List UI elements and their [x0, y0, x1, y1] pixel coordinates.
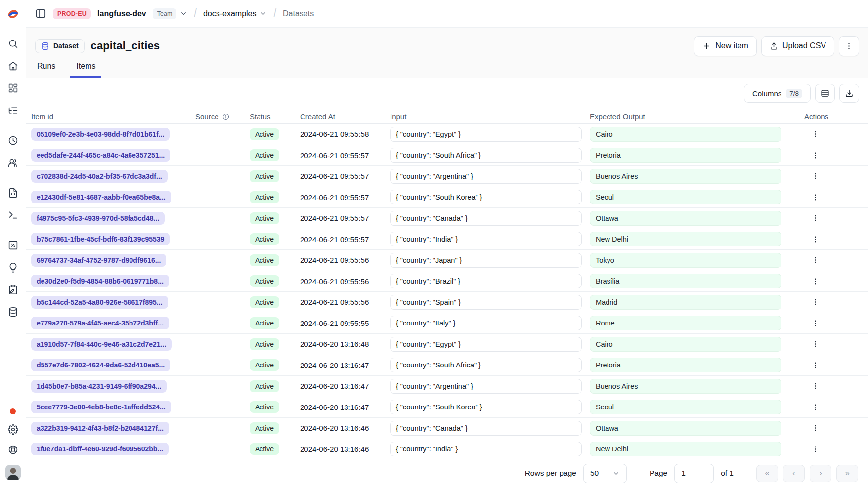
status-badge: Active	[250, 380, 279, 392]
table-row[interactable]: a1910d57-7f84-440c-9e46-a31c2d7e21... Ac…	[26, 334, 868, 355]
input-value-box: { "country": "Argentina" }	[390, 169, 582, 184]
row-actions-button[interactable]	[808, 316, 823, 330]
sidebar-item-datasets[interactable]	[8, 307, 18, 317]
source-header-label: Source	[195, 112, 219, 121]
row-actions-button[interactable]	[808, 337, 823, 351]
table-row[interactable]: b5c144cd-52a5-4a80-926e-58617f895... Act…	[26, 292, 868, 313]
input-cell: { "country": "Argentina" }	[390, 169, 590, 184]
more-actions-button[interactable]	[839, 36, 859, 56]
sidebar-item-home[interactable]	[8, 61, 18, 71]
first-page-button[interactable]: «	[756, 465, 778, 482]
sidebar-item-annotation[interactable]	[8, 285, 18, 295]
org-switcher-button[interactable]: Team	[153, 8, 188, 19]
sidebar-item-users[interactable]	[8, 158, 18, 168]
row-actions-button[interactable]	[808, 127, 823, 141]
table-row[interactable]: 05109ef0-2e3b-4e03-98dd-8f7d01b61f... Ac…	[26, 124, 868, 145]
row-height-button[interactable]	[815, 84, 835, 103]
sidebar-item-dashboards[interactable]	[8, 83, 18, 93]
home-icon	[8, 61, 18, 71]
table-row[interactable]: 69764737-34af-4752-9787-d90df9616... Act…	[26, 250, 868, 271]
item-id-badge[interactable]: eed5dafe-244f-465c-a84c-4a6e357251...	[31, 149, 170, 162]
item-id-badge[interactable]: 1f0e7da1-dbff-4e60-929d-f6095602bb...	[31, 443, 169, 455]
sidebar-toggle-button[interactable]	[35, 8, 46, 19]
organization-name[interactable]: langfuse-dev	[97, 9, 146, 18]
table-row[interactable]: f4975c95-5fc3-4939-970d-58fa5cd48... Act…	[26, 208, 868, 229]
item-id-badge[interactable]: a322b319-9412-4f43-b8f2-b20484127f...	[31, 422, 169, 435]
row-actions-button[interactable]	[808, 253, 823, 267]
chevron-down-icon	[180, 10, 187, 17]
table-row[interactable]: d557e7d6-7802-4624-9da6-52d410ea5... Act…	[26, 355, 868, 376]
item-id-badge[interactable]: 1d45b0e7-b85a-4231-9149-6ff90a294...	[31, 380, 167, 393]
record-indicator[interactable]	[10, 408, 16, 414]
row-actions-button[interactable]	[808, 232, 823, 246]
column-header-created-at: Created At	[300, 112, 390, 121]
item-id-badge[interactable]: 5cee7779-3e00-4eb8-be8c-1affedd524...	[31, 401, 171, 413]
upload-csv-button[interactable]: Upload CSV	[761, 36, 834, 56]
total-pages-label: of 1	[721, 469, 734, 478]
row-actions-button[interactable]	[808, 295, 823, 309]
user-avatar[interactable]	[5, 465, 21, 480]
last-page-button[interactable]: »	[836, 465, 858, 482]
sidebar-item-settings[interactable]	[8, 424, 18, 435]
table-row[interactable]: a322b319-9412-4f43-b8f2-b20484127f... Ac…	[26, 418, 868, 439]
item-id-badge[interactable]: c702838d-24d5-40a2-bf35-67dc3a3df...	[31, 170, 168, 183]
table-row[interactable]: e779a270-579a-4f45-aec4-35b72d3bff... Ac…	[26, 313, 868, 334]
row-actions-button[interactable]	[808, 358, 823, 372]
row-actions-button[interactable]	[808, 169, 823, 183]
project-switcher-button[interactable]: docs-examples	[203, 9, 267, 18]
tab-items[interactable]: Items	[70, 62, 101, 78]
sidebar-item-llm-as-judge[interactable]	[8, 262, 18, 273]
sidebar-item-support[interactable]	[8, 445, 18, 455]
table-row[interactable]: 1d45b0e7-b85a-4231-9149-6ff90a294... Act…	[26, 376, 868, 397]
sidebar-item-prompts[interactable]	[8, 188, 18, 198]
item-id-badge[interactable]: b5c144cd-52a5-4a80-926e-58617f895...	[31, 296, 168, 309]
item-id-badge[interactable]: 05109ef0-2e3b-4e03-98dd-8f7d01b61f...	[31, 128, 170, 141]
sidebar-item-tracing[interactable]	[8, 105, 18, 116]
item-id-badge[interactable]: e779a270-579a-4f45-aec4-35b72d3bff...	[31, 317, 169, 329]
created-at-cell: 2024-06-21 09:55:57	[300, 151, 390, 160]
row-actions-button[interactable]	[808, 379, 823, 393]
expected-output-value-box: Seoul	[590, 400, 781, 414]
tab-runs[interactable]: Runs	[36, 62, 56, 78]
row-actions-button[interactable]	[808, 211, 823, 225]
row-actions-button[interactable]	[808, 148, 823, 163]
sidebar-item-search[interactable]	[8, 39, 18, 49]
item-id-badge[interactable]: 69764737-34af-4752-9787-d90df9616...	[31, 254, 166, 267]
row-actions-button[interactable]	[808, 400, 823, 414]
table-row[interactable]: e12430df-5e81-4687-aabb-f0ea65be8a... Ac…	[26, 187, 868, 208]
item-id-badge[interactable]: e12430df-5e81-4687-aabb-f0ea65be8a...	[31, 191, 171, 203]
table-row[interactable]: b75c7861-1fbe-45cf-bdf6-83f139c95539 Act…	[26, 229, 868, 250]
table-row[interactable]: eed5dafe-244f-465c-a84c-4a6e357251... Ac…	[26, 145, 868, 166]
kebab-menu-icon	[811, 340, 820, 348]
sidebar-item-playground[interactable]	[8, 210, 18, 220]
export-button[interactable]	[839, 84, 859, 103]
new-item-button[interactable]: New item	[694, 36, 757, 56]
page-number-input[interactable]	[674, 464, 714, 483]
item-id-cell: eed5dafe-244f-465c-a84c-4a6e357251...	[31, 149, 195, 162]
actions-cell	[797, 295, 868, 309]
table-row[interactable]: c702838d-24d5-40a2-bf35-67dc3a3df... Act…	[26, 166, 868, 187]
next-page-button[interactable]: ›	[810, 465, 831, 482]
columns-button[interactable]: Columns 7/8	[744, 84, 811, 103]
item-id-badge[interactable]: de30d2e0-f5d9-4854-88b6-0619771b8...	[31, 275, 169, 287]
row-actions-button[interactable]	[808, 190, 823, 204]
sidebar-item-sessions[interactable]	[8, 135, 18, 146]
input-value-box: { "country": "South Africa" }	[390, 148, 582, 163]
item-id-badge[interactable]: a1910d57-7f84-440c-9e46-a31c2d7e21...	[31, 338, 172, 351]
item-id-badge[interactable]: d557e7d6-7802-4624-9da6-52d410ea5...	[31, 359, 170, 371]
table-row[interactable]: 1f0e7da1-dbff-4e60-929d-f6095602bb... Ac…	[26, 439, 868, 458]
sidebar-item-evaluation[interactable]	[8, 240, 18, 250]
row-actions-button[interactable]	[808, 421, 823, 435]
table-row[interactable]: 5cee7779-3e00-4eb8-be8c-1affedd524... Ac…	[26, 397, 868, 418]
input-cell: { "country": "South Korea" }	[390, 400, 590, 414]
table-toolbar: Columns 7/8	[26, 78, 868, 109]
row-actions-button[interactable]	[808, 442, 823, 456]
item-id-badge[interactable]: b75c7861-1fbe-45cf-bdf6-83f139c95539	[31, 233, 170, 245]
info-icon[interactable]	[222, 113, 229, 120]
row-actions-button[interactable]	[808, 274, 823, 288]
rows-per-page-select[interactable]: 50	[583, 464, 627, 483]
expected-output-cell: Tokyo	[590, 253, 797, 268]
previous-page-button[interactable]: ‹	[783, 465, 805, 482]
item-id-badge[interactable]: f4975c95-5fc3-4939-970d-58fa5cd48...	[31, 212, 165, 225]
table-row[interactable]: de30d2e0-f5d9-4854-88b6-0619771b8... Act…	[26, 271, 868, 292]
